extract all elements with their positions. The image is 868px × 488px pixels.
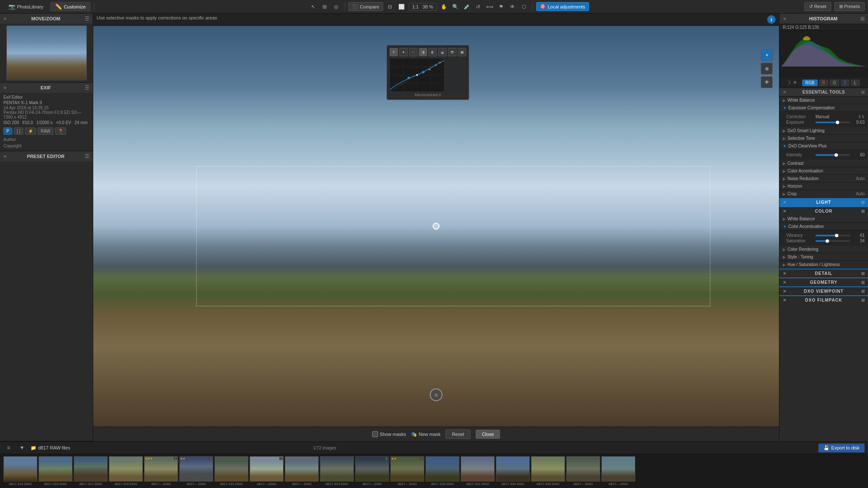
tc-half2-icon[interactable]: ◐ <box>428 48 437 56</box>
film-item-8[interactable]: d817---.DNG <box>285 456 319 486</box>
close-icon[interactable]: ✕ <box>3 17 7 21</box>
view-icon[interactable]: ⊟ <box>385 2 395 12</box>
filmpack-section-header[interactable]: ✕ DXO FILMPACK ⊞ <box>779 295 868 304</box>
tool-selective-tone[interactable]: ▶ Selective Tone <box>779 135 868 142</box>
tool-contrast[interactable]: ▶ Contrast <box>779 160 868 167</box>
film-item-0[interactable]: d817-314.DNG <box>3 456 37 486</box>
film-item-13[interactable]: d817-331.DNG <box>461 456 495 486</box>
close-button[interactable]: Close <box>476 430 500 439</box>
channel-rgb-btn[interactable]: RGB <box>802 80 818 86</box>
film-item-11[interactable]: ★★ 2 d817---.DNG <box>390 456 424 486</box>
film-item-6[interactable]: d817-321.DNG <box>214 456 248 486</box>
rotate-icon[interactable]: ↺ <box>473 2 483 12</box>
show-masks-checkbox[interactable] <box>372 431 378 437</box>
fullscreen-icon[interactable]: ⬜ <box>397 2 407 12</box>
tool-horizon[interactable]: ▶ Horizon <box>779 183 868 190</box>
local-icon[interactable]: ◎ <box>331 2 341 12</box>
film-item-12[interactable]: d817-329.DNG <box>426 456 459 486</box>
tc-circle2-icon[interactable]: ○ <box>409 48 417 56</box>
export-button[interactable]: 💾 Export to disk <box>818 444 865 452</box>
eye-icon[interactable]: 👁 <box>507 2 517 12</box>
essential-arrows-icon[interactable]: ⊞ <box>861 90 865 94</box>
flag-icon[interactable]: ⚑ <box>496 2 506 12</box>
film-item-3[interactable]: d817-319.DNG <box>109 456 143 486</box>
exposure-slider[interactable] <box>815 122 850 123</box>
hand-icon[interactable]: ✋ <box>439 2 449 12</box>
bracket-icon-btn[interactable]: [ ] <box>14 128 23 135</box>
channel-b-btn[interactable]: B <box>841 80 850 86</box>
tool-color-rendering[interactable]: ▶ Color Rendering <box>779 246 868 253</box>
film-item-15[interactable]: d817-335.DNG <box>531 456 565 486</box>
saturation-slider[interactable] <box>815 240 850 242</box>
essential-tools-header[interactable]: ✕ ESSENTIAL TOOLS ⊞ <box>779 88 868 97</box>
mask-add-btn[interactable]: ✦ <box>761 49 773 61</box>
film-item-9[interactable]: d817-323.DNG <box>320 456 354 486</box>
tc-circle1-icon[interactable]: ● <box>399 48 408 56</box>
vibrancy-slider[interactable] <box>815 235 850 236</box>
filmpack-close-icon[interactable]: ✕ <box>783 298 786 302</box>
tool-color-accent-essential[interactable]: ▶ Color Accentuation <box>779 167 868 175</box>
tool-wb-color[interactable]: ▶ White Balance <box>779 215 868 223</box>
crop-icon[interactable]: ⊞ <box>320 2 330 12</box>
eyedrop-icon[interactable]: 💉 <box>462 2 472 12</box>
location-btn[interactable]: 📍 <box>55 128 66 135</box>
cursor-icon[interactable]: ↖ <box>308 2 318 12</box>
viewpoint-expand-icon[interactable]: ⊞ <box>861 289 865 294</box>
tool-exposure-comp[interactable]: ▼ Exposure Compensation <box>779 104 868 112</box>
mask-icon[interactable]: ⬡ <box>519 2 529 12</box>
zoom-in-icon[interactable]: 🔍 <box>450 2 460 12</box>
tab-customize[interactable]: ✏️ Customize <box>50 2 91 11</box>
detail-section-header[interactable]: ✕ DETAIL ⊞ <box>779 269 868 277</box>
film-item-17[interactable]: d817---.DNG <box>601 456 635 486</box>
light-section-header[interactable]: ✕ LIGHT ⊞ <box>779 198 868 206</box>
tool-crop[interactable]: ▶ Crop Auto <box>779 190 868 198</box>
color-section-header[interactable]: ✕ COLOR ⊞ <box>779 206 868 215</box>
viewpoint-section-header[interactable]: ✕ DXO VIEWPOINT ⊞ <box>779 286 868 295</box>
mask-plus-btn[interactable]: ⊕ <box>761 63 773 75</box>
geometry-section-header[interactable]: ✕ GEOMETRY ⊞ <box>779 277 868 286</box>
mask-eye-btn[interactable]: 👁 <box>761 76 773 88</box>
tool-dxo-smart[interactable]: ▶ DxO Smart Lighting <box>779 127 868 135</box>
tool-white-balance[interactable]: ▶ White Balance <box>779 97 868 104</box>
film-item-4[interactable]: ★★★ 1 d817---.DNG <box>144 456 178 486</box>
local-adj-button[interactable]: 🎯 Local adjustments <box>536 2 589 11</box>
presets-button[interactable]: ⊞ Presets <box>835 2 865 11</box>
exif-close-icon[interactable]: ✕ <box>3 86 7 90</box>
exif-options-icon[interactable]: ☰ <box>85 85 89 91</box>
film-item-16[interactable]: d817---.DNG <box>566 456 600 486</box>
hist-options-icon[interactable]: ⊞ <box>860 16 865 22</box>
reset-button[interactable]: Reset <box>445 430 470 439</box>
filmstrip-sort-icon[interactable]: ≡ <box>3 443 14 453</box>
channel-l-btn[interactable]: L <box>851 80 860 86</box>
film-item-1[interactable]: d817-315.DNG <box>39 456 72 486</box>
moon-icon[interactable]: ☽ <box>786 80 791 86</box>
detail-expand-icon[interactable]: ⊞ <box>861 271 865 276</box>
light-expand-icon[interactable]: ⊞ <box>861 200 865 205</box>
move-zoom-header[interactable]: ✕ MOVE/ZOOM ☰ <box>0 14 93 24</box>
color-close-icon[interactable]: ✕ <box>783 209 786 214</box>
geometry-close-icon[interactable]: ✕ <box>783 280 786 285</box>
tool-noise-reduction[interactable]: ▶ Noise Reduction Auto <box>779 175 868 183</box>
preset-close-icon[interactable]: ✕ <box>3 154 7 159</box>
tool-hsl[interactable]: ▶ Hue / Saturation / Lightness <box>779 261 868 269</box>
p-button[interactable]: P <box>3 128 12 135</box>
exif-header[interactable]: ✕ EXIF ☰ <box>0 83 93 93</box>
tc-half3-icon[interactable]: ◒ <box>438 48 447 56</box>
reset-button[interactable]: ↺ Reset <box>804 2 831 11</box>
tc-grid-icon[interactable]: ▣ <box>458 48 466 56</box>
intensity-slider[interactable] <box>815 154 850 156</box>
tool-style-toning[interactable]: ▶ Style - Toning <box>779 253 868 261</box>
viewpoint-close-icon[interactable]: ✕ <box>783 289 786 294</box>
preset-options-icon[interactable]: ☰ <box>85 153 89 159</box>
tc-half4-icon[interactable]: ◓ <box>448 48 456 56</box>
hist-close-icon[interactable]: ✕ <box>783 17 786 21</box>
filmstrip-filter-icon[interactable]: ▼ <box>17 443 27 453</box>
panel-options-icon[interactable]: ☰ <box>85 16 89 22</box>
raw-button[interactable]: RAW <box>38 128 53 135</box>
tc-half1-icon[interactable]: ◑ <box>419 48 427 56</box>
filmpack-expand-icon[interactable]: ⊞ <box>861 298 865 302</box>
film-item-2[interactable]: d817-317.DNG <box>74 456 108 486</box>
film-item-10[interactable]: 1 d817---.DNG <box>355 456 389 486</box>
compare-button[interactable]: ⬛ Compare <box>348 2 383 11</box>
center-control-btn[interactable]: ⊙ <box>430 388 442 401</box>
